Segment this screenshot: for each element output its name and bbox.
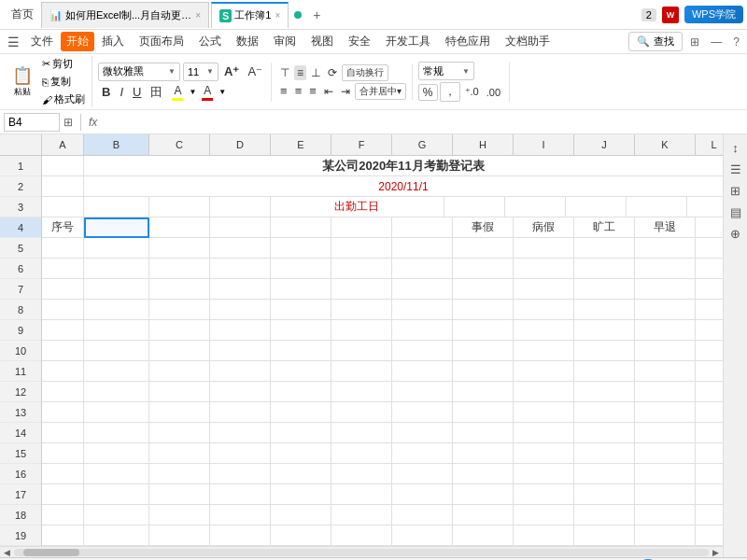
menu-insert[interactable]: 插入	[94, 31, 132, 52]
cell-row11-col1[interactable]	[84, 361, 149, 382]
cell-row13-col0[interactable]	[42, 402, 84, 423]
cell-row15-col9[interactable]	[574, 443, 635, 464]
cell-c3[interactable]	[149, 197, 210, 217]
cell-row8-col4[interactable]	[271, 300, 331, 320]
tab1-close[interactable]: ×	[195, 10, 201, 21]
cell-row13-col11[interactable]	[696, 402, 723, 423]
cell-j3[interactable]	[566, 197, 627, 217]
cell-row8-col8[interactable]	[514, 300, 574, 320]
cell-row19-col0[interactable]	[42, 525, 84, 546]
cell-row12-col8[interactable]	[514, 382, 574, 402]
scroll-track[interactable]	[14, 549, 709, 556]
cell-row12-col11[interactable]	[696, 382, 723, 402]
cell-row13-col3[interactable]	[210, 402, 271, 423]
cell-row18-col1[interactable]	[84, 505, 149, 525]
cell-row6-col3[interactable]	[210, 259, 271, 279]
cell-a4[interactable]: 序号	[42, 217, 84, 238]
cell-row12-col2[interactable]	[149, 382, 210, 402]
formula-expand-icon[interactable]: ⊞	[60, 116, 77, 129]
cell-row5-col1[interactable]	[84, 238, 149, 259]
cell-row10-col10[interactable]	[635, 341, 696, 361]
cell-g4[interactable]	[392, 217, 453, 238]
cell-row19-col11[interactable]	[696, 525, 723, 546]
cell-row16-col1[interactable]	[84, 464, 149, 484]
cell-row11-col0[interactable]	[42, 361, 84, 382]
cell-row15-col1[interactable]	[84, 443, 149, 464]
font-name-selector[interactable]: 微软雅黑 ▼	[98, 63, 180, 81]
col-header-f[interactable]: F	[331, 134, 392, 155]
cell-row8-col11[interactable]	[696, 300, 723, 320]
font-size-decrease[interactable]: A⁻	[245, 63, 265, 79]
cell-row9-col9[interactable]	[574, 320, 635, 341]
cell-row13-col10[interactable]	[635, 402, 696, 423]
cell-row18-col2[interactable]	[149, 505, 210, 525]
cell-row8-col5[interactable]	[331, 300, 392, 320]
cell-row16-col8[interactable]	[514, 464, 574, 484]
cell-row11-col9[interactable]	[574, 361, 635, 382]
cell-row19-col7[interactable]	[453, 525, 514, 546]
cell-row15-col11[interactable]	[696, 443, 723, 464]
menu-help-icon[interactable]: ?	[729, 34, 743, 50]
cell-row12-col3[interactable]	[210, 382, 271, 402]
cell-row8-col9[interactable]	[574, 300, 635, 320]
menu-expand-icon[interactable]: ⊞	[686, 34, 703, 50]
cell-row6-col7[interactable]	[453, 259, 514, 279]
comma-button[interactable]: ，	[440, 82, 460, 102]
row-num-8[interactable]: 8	[0, 300, 41, 320]
decrease-decimal[interactable]: .00	[484, 86, 503, 99]
cell-row15-col3[interactable]	[210, 443, 271, 464]
col-header-h[interactable]: H	[453, 134, 514, 155]
bold-button[interactable]: B	[98, 84, 114, 100]
decrease-indent[interactable]: ⇤	[321, 84, 336, 99]
border-button[interactable]: 田	[147, 83, 166, 102]
menu-review[interactable]: 审阅	[266, 31, 303, 52]
cell-row6-col11[interactable]	[696, 259, 723, 279]
cell-row6-col10[interactable]	[635, 259, 696, 279]
cell-row9-col1[interactable]	[84, 320, 149, 341]
align-bottom[interactable]: ⊥	[308, 65, 323, 80]
cell-row10-col7[interactable]	[453, 341, 514, 361]
menu-data[interactable]: 数据	[229, 31, 266, 52]
sidebar-grid-icon[interactable]: ⊞	[726, 181, 745, 200]
col-header-j[interactable]: J	[574, 134, 635, 155]
cell-i3[interactable]	[505, 197, 566, 217]
cell-date[interactable]: 2020/11/1	[84, 176, 723, 197]
cell-row14-col4[interactable]	[271, 423, 331, 443]
cell-d3[interactable]	[210, 197, 271, 217]
col-header-l[interactable]: L	[696, 134, 723, 155]
cell-row14-col5[interactable]	[331, 423, 392, 443]
menu-view[interactable]: 视图	[303, 31, 341, 52]
cell-row9-col0[interactable]	[42, 320, 84, 341]
cell-row14-col3[interactable]	[210, 423, 271, 443]
cell-row17-col1[interactable]	[84, 484, 149, 505]
merge-center-button[interactable]: 合并居中▾	[355, 83, 406, 100]
hamburger-menu[interactable]: ☰	[4, 33, 23, 51]
cell-row5-col6[interactable]	[392, 238, 453, 259]
cell-row19-col9[interactable]	[574, 525, 635, 546]
increase-decimal[interactable]: ⁺.0	[462, 85, 482, 99]
cell-row5-col3[interactable]	[210, 238, 271, 259]
cell-row14-col6[interactable]	[392, 423, 453, 443]
cell-subtitle[interactable]: 出勤工日	[271, 197, 444, 217]
cell-h3[interactable]	[444, 197, 505, 217]
cell-row10-col0[interactable]	[42, 341, 84, 361]
cell-row12-col4[interactable]	[271, 382, 331, 402]
row-num-10[interactable]: 10	[0, 341, 41, 361]
cell-row19-col2[interactable]	[149, 525, 210, 546]
cell-j4[interactable]: 旷工	[574, 217, 635, 238]
cell-row19-col4[interactable]	[271, 525, 331, 546]
increase-indent[interactable]: ⇥	[338, 84, 353, 99]
cell-row13-col5[interactable]	[331, 402, 392, 423]
cell-row7-col10[interactable]	[635, 279, 696, 300]
cell-row18-col9[interactable]	[574, 505, 635, 525]
auto-wrap[interactable]: 自动换行	[342, 64, 388, 81]
align-right-button[interactable]: ≡	[306, 83, 319, 99]
cell-row19-col8[interactable]	[514, 525, 574, 546]
row-num-2[interactable]: 2	[0, 176, 41, 197]
cell-row10-col3[interactable]	[210, 341, 271, 361]
cell-row17-col6[interactable]	[392, 484, 453, 505]
row-num-19[interactable]: 19	[0, 525, 41, 546]
cell-d4[interactable]	[210, 217, 271, 238]
search-button[interactable]: 🔍 查找	[628, 32, 683, 51]
cell-row17-col4[interactable]	[271, 484, 331, 505]
